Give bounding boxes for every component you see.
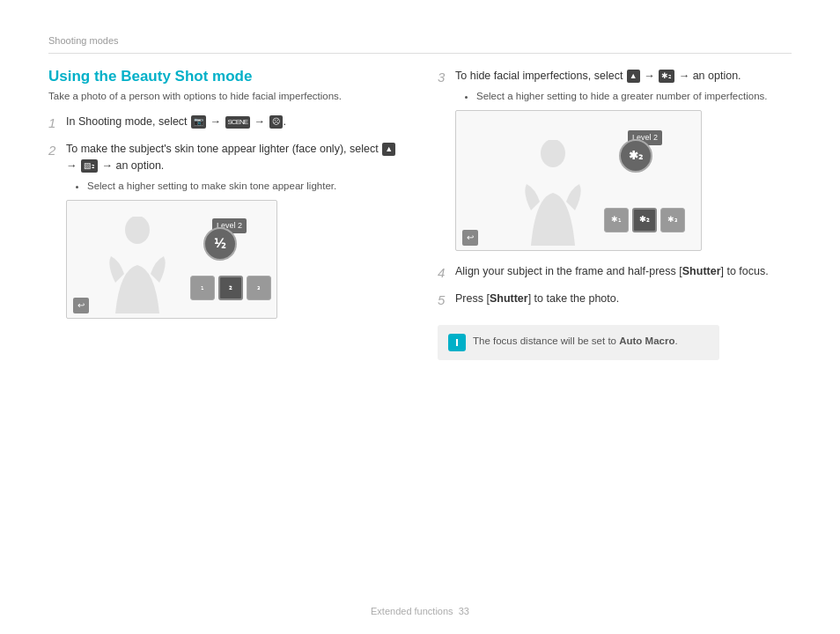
step-2-bullet-1: Select a higher setting to make skin ton… [87, 179, 402, 193]
content-columns: Using the Beauty Shot mode Take a photo … [48, 68, 792, 360]
left-column: Using the Beauty Shot mode Take a photo … [48, 68, 402, 360]
beauty-mode-icon: ☹ [269, 115, 283, 129]
camera-ui-box-left: Level 2 ⅟₂ ₁ ₂ ₃ ↩ [66, 200, 277, 319]
step-1: 1 In Shooting mode, select 📷 → SCENE → ☹… [48, 114, 402, 132]
section-subtitle: Take a photo of a person with options to… [48, 91, 402, 101]
step-1-text: In Shooting mode, select 📷 → SCENE → ☹. [66, 114, 286, 130]
person-silhouette-left [102, 217, 173, 313]
scene-icon: SCENE [225, 116, 251, 129]
step-4-num: 4 [438, 263, 450, 282]
step-3-bullet-1: Select a higher setting to hide a greate… [476, 89, 768, 103]
up-arrow-icon: ▲ [382, 143, 395, 157]
info-note: The focus distance will be set to Auto M… [438, 325, 719, 360]
step-5-num: 5 [438, 291, 450, 309]
selected-icon-label-right: ✱₂ [629, 147, 643, 165]
skin-tone-icon: ▧₂ [81, 159, 98, 173]
step-3-text: To hide facial imperfections, select ▲ →… [455, 68, 768, 251]
page-container: Shooting modes Using the Beauty Shot mod… [0, 0, 840, 634]
selected-icon-label-left: ⅟₂ [214, 234, 226, 253]
up-arrow-icon-3: ▲ [627, 70, 640, 84]
step-4-text: Align your subject in the frame and half… [455, 263, 769, 280]
icon-btn-2-left[interactable]: ₂ [218, 276, 243, 300]
step-2-num: 2 [48, 141, 61, 159]
step-1-num: 1 [48, 114, 61, 132]
step-3: 3 To hide facial imperfections, select ▲… [438, 68, 792, 251]
svg-point-0 [125, 217, 150, 244]
breadcrumb: Shooting modes [48, 35, 792, 54]
right-column: 3 To hide facial imperfections, select ▲… [438, 68, 792, 360]
step-3-bullets: Select a higher setting to hide a greate… [464, 89, 768, 103]
shutter-bold-5: Shutter [490, 292, 528, 305]
step-5-text: Press [Shutter] to take the photo. [455, 291, 619, 307]
icon-btn-3-right[interactable]: ✱₃ [660, 208, 685, 232]
back-btn-left[interactable]: ↩ [73, 298, 89, 313]
imperfection-icon: ✱₂ [659, 70, 674, 84]
info-note-text: The focus distance will be set to Auto M… [473, 334, 678, 349]
person-silhouette-right [518, 140, 588, 246]
camera-icon: 📷 [191, 115, 206, 129]
step-5: 5 Press [Shutter] to take the photo. [438, 291, 792, 309]
auto-macro-bold: Auto Macro [619, 335, 674, 346]
info-note-icon [448, 334, 466, 351]
footer-text: Extended functions [371, 606, 453, 616]
icon-row-right: ✱₁ ✱₂ ✱₃ [604, 208, 685, 232]
icon-btn-1-left[interactable]: ₁ [190, 276, 215, 300]
step-2-text: To make the subject's skin tone appear l… [66, 141, 402, 319]
section-title: Using the Beauty Shot mode [48, 68, 402, 85]
step-4: 4 Align your subject in the frame and ha… [438, 263, 792, 282]
page-footer: Extended functions 33 [0, 606, 840, 616]
step-2: 2 To make the subject's skin tone appear… [48, 141, 402, 319]
icon-btn-2-right[interactable]: ✱₂ [632, 208, 657, 232]
breadcrumb-text: Shooting modes [48, 35, 119, 46]
selected-icon-right: ✱₂ [619, 139, 652, 173]
selected-icon-left: ⅟₂ [203, 227, 237, 261]
icon-row-left: ₁ ₂ ₃ [190, 276, 271, 300]
step-3-num: 3 [438, 68, 450, 86]
icon-btn-3-left[interactable]: ₃ [247, 276, 271, 300]
back-btn-right[interactable]: ↩ [462, 230, 478, 246]
shutter-bold-4: Shutter [682, 265, 721, 277]
svg-point-1 [541, 140, 565, 167]
footer-page-num: 33 [459, 606, 469, 616]
info-icon-svg [451, 336, 463, 349]
camera-ui-box-right: Level 2 ✱₂ ✱₁ ✱₂ ✱₃ ↩ [455, 110, 702, 251]
step-2-bullets: Select a higher setting to make skin ton… [75, 179, 402, 193]
icon-btn-1-right[interactable]: ✱₁ [604, 208, 629, 232]
